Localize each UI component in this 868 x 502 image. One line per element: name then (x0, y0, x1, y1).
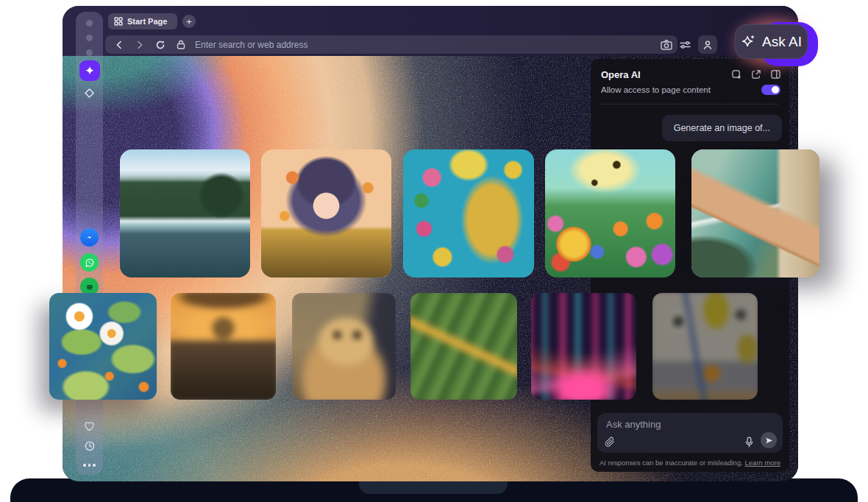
browser-sidebar (76, 12, 103, 475)
generated-image-city-sunset[interactable] (171, 293, 276, 400)
generated-image-cubist-mural-room[interactable] (652, 293, 758, 400)
workspace-dot[interactable] (76, 20, 103, 26)
clock-icon (85, 441, 95, 451)
generated-image-fluffy-cat[interactable] (292, 293, 396, 400)
more-icon (83, 464, 96, 467)
allow-access-label: Allow access to page content (601, 85, 711, 94)
ai-disclaimer: AI responses can be inaccurate or mislea… (591, 459, 789, 467)
sidebar-item-favorites[interactable] (76, 421, 103, 431)
sidebar-item-whatsapp[interactable] (76, 253, 103, 272)
sidebar-item-aria[interactable] (76, 60, 103, 81)
divider (601, 104, 779, 105)
sidebar-item-history[interactable] (76, 441, 103, 451)
learn-more-link[interactable]: Learn more (744, 459, 780, 467)
aria-sparkle-icon (79, 60, 100, 81)
sidebar-more-button[interactable] (76, 464, 103, 467)
workspace-dot[interactable] (76, 49, 103, 56)
lock-icon (174, 38, 188, 52)
diamond-sparkle-icon (85, 88, 94, 98)
url-input[interactable] (195, 40, 607, 50)
ai-prompt-box[interactable] (597, 413, 783, 453)
messenger-icon (80, 228, 99, 247)
speed-dial-grid-icon (114, 17, 123, 26)
whatsapp-icon (80, 253, 99, 272)
address-bar[interactable] (105, 35, 677, 54)
generated-image-giraffe-street-art[interactable] (403, 149, 534, 277)
new-tab-button[interactable]: + (182, 15, 196, 28)
attachment-paperclip-icon[interactable] (605, 436, 615, 448)
tab-label: Start Page (127, 17, 167, 26)
sidebar-item-messenger[interactable] (76, 228, 103, 247)
generated-image-water-lilies[interactable] (49, 293, 157, 400)
panel-title: Opera AI (601, 69, 641, 80)
workspace-dot[interactable] (76, 35, 103, 41)
generated-image-palm-leaf[interactable] (410, 293, 517, 400)
send-button[interactable] (761, 432, 777, 448)
generated-image-anime-girl[interactable] (261, 149, 391, 277)
suggestion-chip[interactable]: Generate an image of... (662, 115, 782, 141)
microphone-icon[interactable] (745, 436, 753, 448)
generated-image-flower-field[interactable] (545, 149, 675, 277)
ask-ai-button[interactable]: Ask AI (735, 24, 808, 59)
opera-ask-ai-promo: Start Page + (0, 0, 868, 502)
reload-button[interactable] (154, 38, 167, 52)
back-button[interactable] (113, 38, 126, 52)
generated-image-neon-city[interactable] (531, 293, 636, 400)
easy-setup-tune-icon[interactable] (680, 40, 691, 49)
sidebar-item-ai-sparkle[interactable] (76, 88, 103, 98)
generated-image-mountain-lake[interactable] (120, 149, 250, 277)
generated-image-coastline-hand[interactable] (691, 149, 819, 277)
tab-start-page[interactable]: Start Page (108, 13, 177, 29)
page-content-toggle[interactable] (761, 85, 780, 95)
ai-prompt-input[interactable] (606, 419, 739, 430)
snapshot-camera-icon[interactable] (661, 40, 672, 50)
browser-chrome: Start Page + (63, 6, 798, 56)
heart-icon (84, 421, 95, 431)
ask-ai-sparkle-icon (741, 34, 757, 50)
forward-button[interactable] (133, 38, 146, 52)
ask-ai-label: Ask AI (762, 34, 802, 50)
